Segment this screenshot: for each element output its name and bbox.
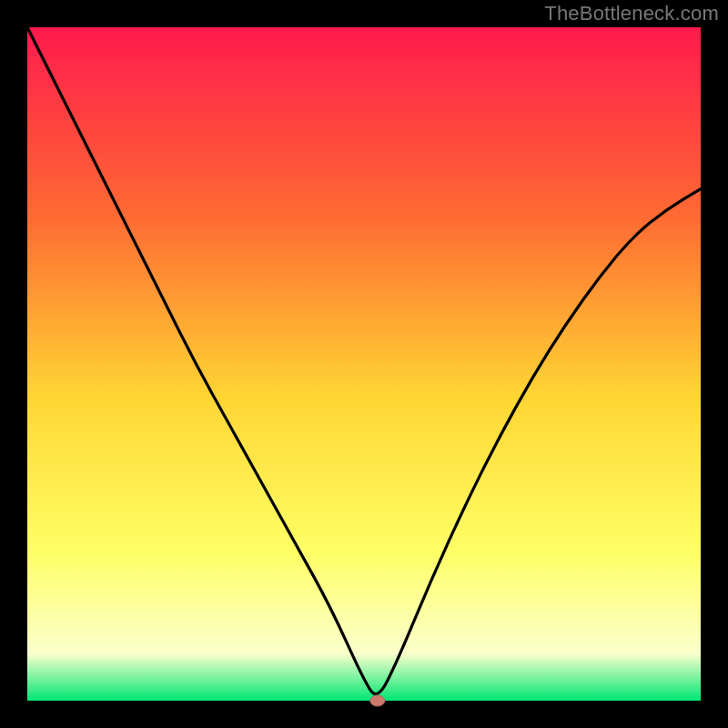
watermark-text: TheBottleneck.com (544, 2, 719, 25)
plot-background (27, 27, 701, 701)
chart-frame: { "watermark": "TheBottleneck.com", "col… (0, 0, 728, 728)
optimal-point-marker (370, 695, 385, 706)
bottleneck-chart (0, 0, 728, 728)
